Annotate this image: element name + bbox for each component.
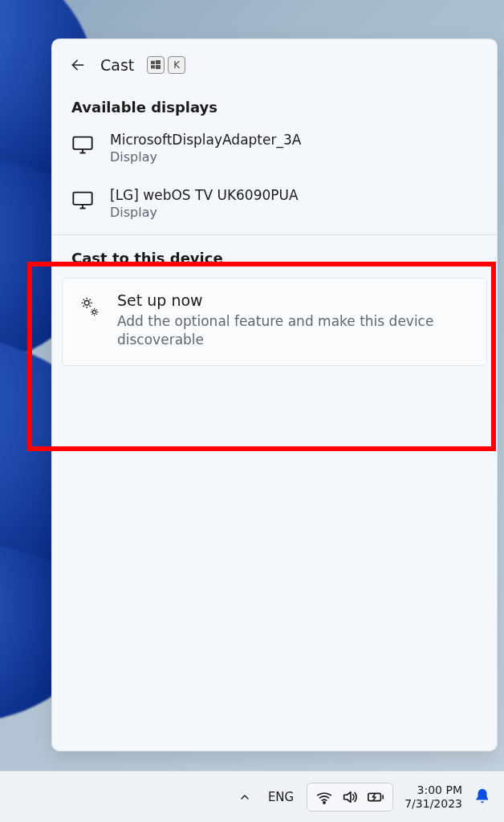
svg-line-16 xyxy=(83,299,84,300)
svg-rect-8 xyxy=(73,193,91,205)
cast-flyout: Cast K Available displays MicrosoftDispl… xyxy=(51,39,498,751)
svg-line-26 xyxy=(96,314,97,315)
cast-to-device-label: Cast to this device xyxy=(52,235,497,278)
svg-rect-4 xyxy=(156,65,161,69)
clock[interactable]: 3:00 PM 7/31/2023 xyxy=(401,783,465,811)
svg-line-27 xyxy=(96,309,97,310)
device-name: MicrosoftDisplayAdapter_3A xyxy=(110,132,301,148)
device-subtitle: Display xyxy=(110,149,301,165)
wifi-icon xyxy=(315,788,333,806)
monitor-icon xyxy=(71,133,94,156)
setup-title: Set up now xyxy=(117,291,472,309)
svg-line-25 xyxy=(91,309,92,310)
device-subtitle: Display xyxy=(110,205,299,220)
device-name: [LG] webOS TV UK6090PUA xyxy=(110,187,299,203)
svg-point-11 xyxy=(84,301,89,306)
windows-key-icon xyxy=(147,56,165,74)
system-tray[interactable] xyxy=(307,783,393,812)
taskbar: ENG 3:00 PM 7/31/2023 xyxy=(0,771,504,822)
svg-line-18 xyxy=(89,299,90,300)
notifications-icon[interactable] xyxy=(474,787,493,807)
svg-line-19 xyxy=(83,306,84,307)
setup-now-card[interactable]: Set up now Add the optional feature and … xyxy=(62,278,487,366)
svg-line-17 xyxy=(89,306,90,307)
display-device[interactable]: MicrosoftDisplayAdapter_3A Display xyxy=(52,124,497,179)
display-device[interactable]: [LG] webOS TV UK6090PUA Display xyxy=(52,179,497,234)
time-text: 3:00 PM xyxy=(417,783,462,797)
svg-rect-5 xyxy=(73,137,91,149)
svg-point-20 xyxy=(93,311,96,314)
available-displays-label: Available displays xyxy=(52,84,497,124)
setup-description: Add the optional feature and make this d… xyxy=(117,312,472,349)
svg-rect-1 xyxy=(151,61,155,64)
svg-rect-3 xyxy=(151,65,155,68)
tray-overflow-button[interactable] xyxy=(234,787,255,808)
panel-title: Cast xyxy=(100,56,134,74)
language-indicator[interactable]: ENG xyxy=(263,785,299,809)
shortcut-key: K xyxy=(168,56,185,74)
svg-rect-2 xyxy=(156,60,161,64)
volume-icon xyxy=(341,788,359,806)
panel-header: Cast K xyxy=(52,55,497,84)
gears-icon xyxy=(77,295,103,320)
svg-point-29 xyxy=(323,801,325,803)
monitor-icon xyxy=(71,189,94,211)
back-button[interactable] xyxy=(68,55,87,75)
battery-icon xyxy=(367,788,384,806)
svg-line-28 xyxy=(91,314,92,315)
date-text: 7/31/2023 xyxy=(404,797,462,811)
keyboard-hint: K xyxy=(147,56,185,74)
svg-marker-30 xyxy=(344,791,351,802)
